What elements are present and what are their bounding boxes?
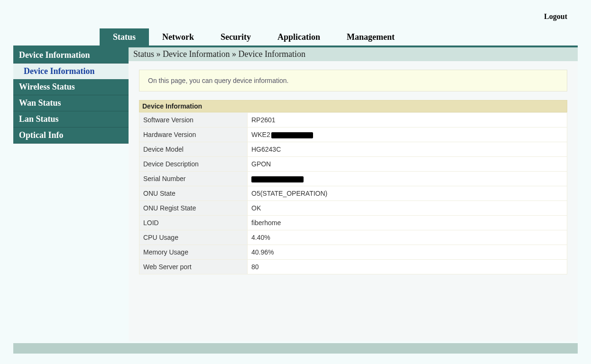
row-key: Software Version: [139, 113, 248, 127]
tab-network[interactable]: Network: [149, 28, 207, 46]
table-row: Device ModelHG6243C: [139, 142, 567, 157]
table-row: Hardware VersionWKE2: [139, 127, 567, 142]
row-key: ONU State: [139, 186, 248, 201]
row-value: HG6243C: [248, 142, 567, 157]
tab-status[interactable]: Status: [100, 28, 149, 46]
device-info-table: Software VersionRP2601 Hardware VersionW…: [139, 112, 567, 274]
logout-link[interactable]: Logout: [544, 12, 567, 21]
row-value: 40.96%: [248, 245, 567, 260]
sidebar-sub-device-information[interactable]: Device Information: [13, 64, 129, 79]
table-row: Memory Usage40.96%: [139, 245, 567, 260]
tab-security[interactable]: Security: [207, 28, 264, 46]
row-key: Memory Usage: [139, 245, 248, 260]
content-pane: Status » Device Information » Device Inf…: [129, 47, 578, 341]
table-row: Serial Number: [139, 172, 567, 186]
row-value: GPON: [248, 157, 567, 172]
row-key: Serial Number: [139, 172, 248, 186]
row-key: CPU Usage: [139, 230, 248, 245]
table-row: CPU Usage4.40%: [139, 230, 567, 245]
row-value: 80: [248, 260, 567, 274]
sidebar-item-lan-status[interactable]: Lan Status: [13, 111, 129, 127]
row-key: Hardware Version: [139, 127, 248, 142]
table-row: ONU Regist StateOK: [139, 201, 567, 216]
table-row: Device DescriptionGPON: [139, 157, 567, 172]
sidebar: Device Information Device Information Wi…: [13, 47, 129, 144]
redaction-mark: [271, 132, 313, 138]
footer-bar: [13, 343, 578, 354]
row-value: WKE2: [248, 127, 567, 142]
page-hint: On this page, you can query device infor…: [139, 70, 567, 91]
redaction-mark: [251, 176, 304, 182]
tab-application[interactable]: Application: [264, 28, 333, 46]
table-row: Software VersionRP2601: [139, 113, 567, 127]
sidebar-item-optical-info[interactable]: Optical Info: [13, 127, 129, 144]
table-row: LOIDfiberhome: [139, 216, 567, 230]
tab-management[interactable]: Management: [333, 28, 408, 46]
row-key: Web Server port: [139, 260, 248, 274]
row-key: ONU Regist State: [139, 201, 248, 216]
sidebar-item-wan-status[interactable]: Wan Status: [13, 95, 129, 111]
row-value: O5(STATE_OPERATION): [248, 186, 567, 201]
section-title: Device Information: [139, 100, 567, 112]
table-row: Web Server port80: [139, 260, 567, 274]
row-value: 4.40%: [248, 230, 567, 245]
top-tabs: Status Network Security Application Mana…: [100, 28, 408, 46]
sidebar-item-device-information[interactable]: Device Information: [13, 47, 129, 64]
sidebar-item-wireless-status[interactable]: Wireless Status: [13, 79, 129, 95]
row-value: RP2601: [248, 113, 567, 127]
row-key: Device Description: [139, 157, 248, 172]
row-value: OK: [248, 201, 567, 216]
row-value: [248, 172, 567, 186]
breadcrumb: Status » Device Information » Device Inf…: [129, 47, 578, 61]
row-key: Device Model: [139, 142, 248, 157]
row-key: LOID: [139, 216, 248, 230]
row-value: fiberhome: [248, 216, 567, 230]
table-row: ONU StateO5(STATE_OPERATION): [139, 186, 567, 201]
